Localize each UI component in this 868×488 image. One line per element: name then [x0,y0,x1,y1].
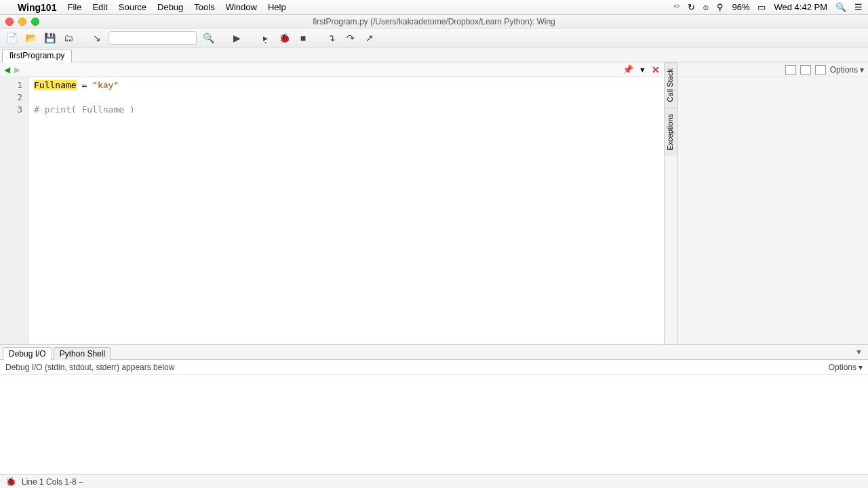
line-number: 3 [0,104,22,116]
search-button[interactable]: 🔍 [201,31,216,45]
window-title: firstProgram.py (/Users/kakradetome/Drop… [313,17,555,26]
close-tab-button[interactable]: ✕ [652,64,660,75]
stop-button[interactable]: ■ [296,31,311,45]
toolbar: 📄 📂 💾 🗂 ↘ 🔍 ▶ ▸̣ 🐞 ■ ↴ ↷ ↗ [0,28,868,47]
status-bar: 🐞 Line 1 Cols 1-8 – [0,474,868,488]
code-text: = [77,80,92,90]
cursor-position: Line 1 Cols 1-8 – [22,477,83,487]
debug-button[interactable]: 🐞 [277,31,292,45]
battery-icon[interactable]: ▭ [757,2,766,12]
nav-forward-button[interactable]: ▶ [14,65,20,75]
menu-help[interactable]: Help [268,2,286,12]
bottom-pane: Debug I/O (stdin, stdout, stderr) appear… [0,359,868,474]
dropbox-icon[interactable]: ⌔ [674,2,679,12]
window-titlebar: firstProgram.py (/Users/kakradetome/Drop… [0,15,868,28]
debug-file-button[interactable]: ▸̣ [258,31,273,45]
spotlight-icon[interactable]: 🔍 [835,2,846,12]
side-tab-exceptions[interactable]: Exceptions [665,108,677,156]
code-line[interactable] [34,92,664,104]
debug-io-header: Debug I/O (stdin, stdout, stderr) appear… [5,363,174,372]
step-out-button[interactable]: ↗ [362,31,377,45]
wifi-icon[interactable]: ⚲ [717,2,724,12]
tab-python-shell[interactable]: Python Shell [54,347,111,360]
minimize-window-button[interactable] [18,18,26,26]
line-number: 1 [0,79,22,92]
menu-debug[interactable]: Debug [157,2,183,12]
chevron-down-icon: ▾ [860,65,864,75]
file-tab-row: firstProgram.py [0,47,868,62]
bottom-tab-row: Debug I/O Python Shell ▼ [0,344,868,359]
line-number-gutter: 1 2 3 [0,77,28,344]
menu-source[interactable]: Source [119,2,146,12]
side-panel: Call Stack Exceptions Options ▾ [665,62,868,344]
bottom-tabs-dropdown[interactable]: ▼ [855,348,863,356]
step-into-button[interactable]: ↴ [324,31,339,45]
string-literal: "kay" [92,80,119,90]
debug-io-output[interactable] [0,375,868,474]
debug-status-icon[interactable]: 🐞 [5,476,16,487]
code-line[interactable]: # print( Fullname ) [34,104,664,116]
save-button[interactable]: 💾 [42,31,57,45]
side-options-dropdown[interactable]: Options ▾ [830,65,864,75]
menu-window[interactable]: Window [226,2,257,12]
nav-back-button[interactable]: ◀ [4,65,10,75]
battery-text[interactable]: 96% [732,2,749,12]
chevron-down-icon[interactable]: ▾ [640,64,645,75]
goto-button[interactable]: ↘ [90,31,104,45]
code-line[interactable]: Fullname = "kay" [34,79,664,92]
line-number: 2 [0,92,22,104]
zoom-window-button[interactable] [31,18,39,26]
side-tab-call-stack[interactable]: Call Stack [665,62,677,108]
file-tab[interactable]: firstProgram.py [2,49,72,62]
code-editor[interactable]: 1 2 3 Fullname = "kay" # print( Fullname… [0,77,664,344]
step-over-button[interactable]: ↷ [343,31,358,45]
macos-menubar: Wing101 File Edit Source Debug Tools Win… [0,0,868,15]
close-window-button[interactable] [5,18,14,26]
menu-edit[interactable]: Edit [92,2,107,12]
datetime[interactable]: Wed 4:42 PM [774,2,827,12]
save-all-button[interactable]: 🗂 [61,31,76,45]
comment-text: # print( Fullname ) [34,104,135,115]
bottom-options-dropdown[interactable]: Options ▾ [829,363,863,372]
editor-nav-row: ◀ ▶ 📌 ▾ ✕ [0,62,664,77]
menu-tools[interactable]: Tools [194,2,214,12]
menu-file[interactable]: File [67,2,81,12]
app-name[interactable]: Wing101 [18,2,56,13]
tab-debug-io[interactable]: Debug I/O [3,347,52,360]
variable-name: Fullname [34,80,77,90]
bluetooth-icon[interactable]: ⌽ [703,2,709,12]
open-file-button[interactable]: 📂 [23,31,38,45]
new-file-button[interactable]: 📄 [4,31,19,45]
view-mode-1-button[interactable] [785,65,796,75]
view-mode-2-button[interactable] [800,65,811,75]
run-button[interactable]: ▶ [229,31,244,45]
view-mode-3-button[interactable] [815,65,826,75]
search-input[interactable] [108,31,197,45]
menu-icon[interactable]: ☰ [854,2,863,12]
pin-icon[interactable]: 📌 [623,64,633,75]
sync-icon[interactable]: ↻ [688,2,695,12]
